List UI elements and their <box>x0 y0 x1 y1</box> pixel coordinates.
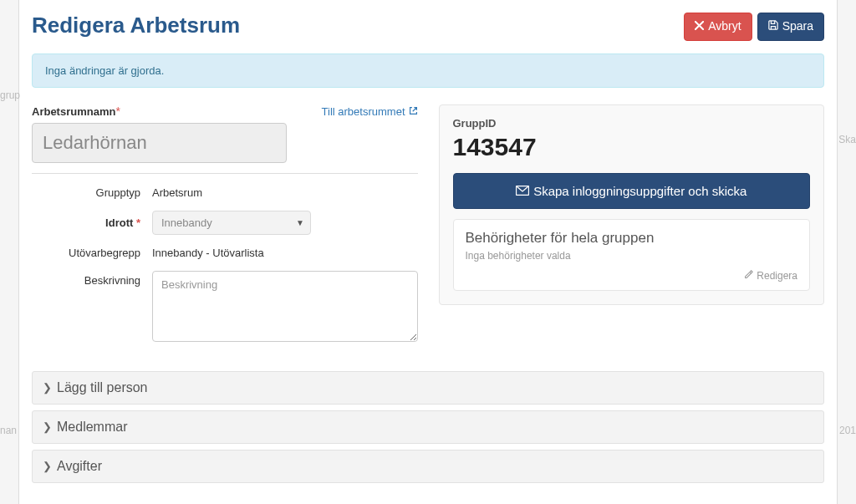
alert-message: Inga ändringar är gjorda. <box>45 64 164 77</box>
permissions-edit-text: Redigera <box>757 270 797 282</box>
idrott-label: Idrott <box>105 216 133 229</box>
beskrivning-value-wrapper <box>152 271 418 344</box>
beskrivning-row: Beskrivning <box>32 271 418 344</box>
grupptyp-row: Grupptyp Arbetsrum <box>32 186 418 199</box>
background-hint: nan <box>0 425 17 436</box>
permissions-title: Behörigheter för hela gruppen <box>466 230 798 247</box>
name-field-header: Arbetsrumnamn* Till arbetsrummet <box>32 104 418 118</box>
page-title: Redigera Arbetsrum <box>32 13 240 38</box>
accordion-add-person[interactable]: ❯ Lägg till person <box>32 371 824 405</box>
name-label-wrapper: Arbetsrumnamn* <box>32 104 120 118</box>
idrott-row: Idrott * Innebandy ▼ <box>32 211 418 235</box>
columns: Arbetsrumnamn* Till arbetsrummet Gruppty… <box>32 104 824 356</box>
save-button[interactable]: Spara <box>757 13 824 41</box>
required-asterisk: * <box>136 216 140 229</box>
chevron-right-icon: ❯ <box>43 461 52 471</box>
edit-icon <box>744 270 753 282</box>
external-link-icon <box>409 105 418 118</box>
permissions-edit-link[interactable]: Redigera <box>744 270 797 282</box>
background-hint: Ska <box>838 134 856 145</box>
page-container: Redigera Arbetsrum Avbryt Spara Inga änd… <box>18 0 838 504</box>
save-icon <box>768 18 778 35</box>
utovar-label: Utövarbegrepp <box>32 247 140 259</box>
close-icon <box>695 18 704 35</box>
accordion-add-person-label: Lägg till person <box>57 380 148 395</box>
required-asterisk: * <box>115 104 120 118</box>
grupptyp-label: Grupptyp <box>32 186 140 199</box>
beskrivning-textarea[interactable] <box>152 271 418 342</box>
utovar-value: Innebandy - Utövarlista <box>152 247 418 259</box>
to-room-link-text: Till arbetsrummet <box>322 105 405 118</box>
left-column: Arbetsrumnamn* Till arbetsrummet Gruppty… <box>32 104 418 356</box>
right-panel: GruppID 143547 Skapa inloggningsuppgifte… <box>439 104 825 305</box>
idrott-value-wrapper: Innebandy ▼ <box>152 211 418 235</box>
background-hint: grup <box>0 89 20 101</box>
idrott-select[interactable]: Innebandy <box>152 211 311 235</box>
header-buttons: Avbryt Spara <box>684 13 824 41</box>
save-label: Spara <box>782 18 813 35</box>
accordion-fees[interactable]: ❯ Avgifter <box>32 450 824 483</box>
chevron-right-icon: ❯ <box>43 382 52 393</box>
grupptyp-value: Arbetsrum <box>152 186 418 199</box>
accordion-fees-label: Avgifter <box>57 459 102 474</box>
beskrivning-label: Beskrivning <box>32 271 140 287</box>
permissions-card: Behörigheter för hela gruppen Inga behör… <box>453 219 811 291</box>
cancel-button[interactable]: Avbryt <box>684 13 752 41</box>
create-login-button[interactable]: Skapa inloggningsuppgifter och skicka <box>453 173 811 209</box>
info-alert: Inga ändringar är gjorda. <box>32 53 824 88</box>
accordion-members[interactable]: ❯ Medlemmar <box>32 410 824 444</box>
divider <box>32 173 418 174</box>
permissions-subtitle: Inga behörigheter valda <box>466 250 798 262</box>
gruppid-value: 143547 <box>453 133 811 161</box>
cancel-label: Avbryt <box>708 18 741 35</box>
accordion-members-label: Medlemmar <box>57 420 127 435</box>
right-column: GruppID 143547 Skapa inloggningsuppgifte… <box>439 104 825 356</box>
idrott-select-wrap: Innebandy ▼ <box>152 211 311 235</box>
accordion: ❯ Lägg till person ❯ Medlemmar ❯ Avgifte… <box>32 371 824 483</box>
header-row: Redigera Arbetsrum Avbryt Spara <box>32 13 824 41</box>
permissions-edit-wrapper: Redigera <box>466 268 798 282</box>
to-room-link[interactable]: Till arbetsrummet <box>322 105 418 118</box>
create-login-label: Skapa inloggningsuppgifter och skicka <box>533 182 746 200</box>
chevron-right-icon: ❯ <box>43 421 52 432</box>
background-hint: 201 <box>839 425 856 436</box>
utovar-row: Utövarbegrepp Innebandy - Utövarlista <box>32 247 418 259</box>
idrott-label-wrapper: Idrott * <box>32 216 140 229</box>
gruppid-label: GruppID <box>453 117 811 130</box>
name-label: Arbetsrumnamn <box>32 105 115 118</box>
room-name-input[interactable] <box>32 123 287 163</box>
envelope-icon <box>516 182 529 200</box>
